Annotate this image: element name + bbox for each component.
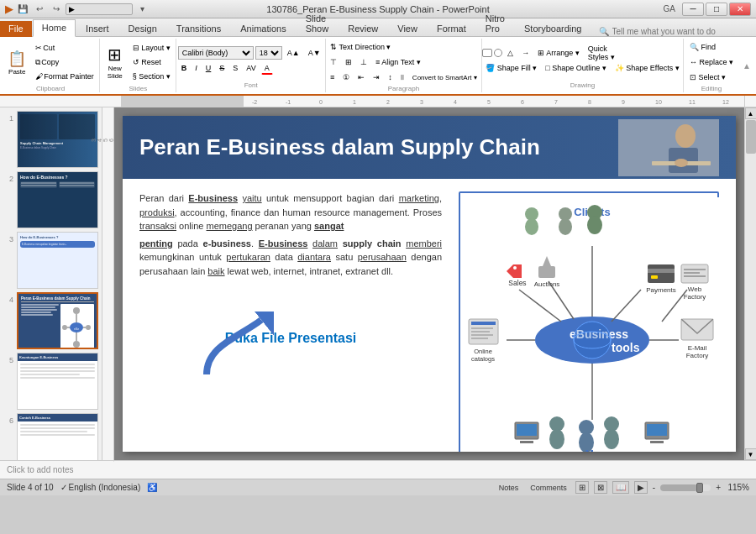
slide-img-6[interactable]: Contoh E-Business xyxy=(17,413,98,460)
decrease-indent-btn[interactable]: ⇤ xyxy=(354,71,368,84)
new-slide-btn[interactable]: ⊞ NewSlide xyxy=(102,40,128,84)
underline-btn[interactable]: U xyxy=(202,61,215,75)
format-painter-btn[interactable]: 🖌 Format Painter xyxy=(32,70,97,83)
increase-font-btn[interactable]: A▲ xyxy=(284,46,303,60)
minimize-btn[interactable]: ─ xyxy=(682,3,704,16)
slide-img-1[interactable]: Supply Chain Management E-Business dalam… xyxy=(17,111,98,168)
scroll-up-btn[interactable]: ▲ xyxy=(745,107,757,119)
slide-panel: 1 Supply Chain Management E-Business dal… xyxy=(0,107,102,460)
tab-view[interactable]: View xyxy=(388,20,427,36)
align-top-btn[interactable]: ⊤ xyxy=(327,55,340,69)
undo-qa-btn[interactable]: ↩ xyxy=(32,3,47,16)
tab-slideshow[interactable]: Slide Show xyxy=(297,10,339,36)
zoom-slider[interactable] xyxy=(660,484,711,491)
zoom-in-btn[interactable]: + xyxy=(716,483,721,492)
tab-insert[interactable]: Insert xyxy=(76,20,118,36)
tell-me-input[interactable] xyxy=(612,27,747,36)
text-direction-btn[interactable]: ⇅ Text Direction ▾ xyxy=(327,40,394,54)
find-btn[interactable]: 🔍 Find xyxy=(686,40,737,54)
slide-thumb-5[interactable]: 5 Keuntungan E-Business xyxy=(3,353,98,410)
bold-btn[interactable]: B xyxy=(178,61,191,75)
char-spacing-btn[interactable]: AV xyxy=(243,61,259,75)
font-size-select[interactable]: 18 xyxy=(255,46,282,60)
convert-smartart-btn[interactable]: Convert to SmartArt ▾ xyxy=(409,71,480,84)
shape-circle-btn[interactable] xyxy=(494,49,502,57)
layout-btn[interactable]: ⊟ Layout ▾ xyxy=(129,41,174,55)
zoom-handle[interactable] xyxy=(696,483,703,493)
slide-img-3[interactable]: How do E-Businesses ? E-Business merupak… xyxy=(17,232,98,289)
slide-thumb-4[interactable]: 4 Peran E-Business dalam Supply Chain xyxy=(3,292,98,349)
thumb4-title: Peran E-Business dalam Supply Chain xyxy=(21,296,94,302)
notes-btn[interactable]: Notes xyxy=(496,483,522,493)
comments-btn[interactable]: Comments xyxy=(527,483,570,493)
tab-nitropro[interactable]: Nitro Pro xyxy=(476,10,514,36)
zoom-level[interactable]: 115% xyxy=(726,483,749,492)
redo-qa-btn[interactable]: ↪ xyxy=(49,3,64,16)
slide-thumb-6[interactable]: 6 Contoh E-Business xyxy=(3,413,98,460)
scroll-down-btn[interactable]: ▼ xyxy=(745,448,757,460)
customize-qa-btn[interactable]: ▾ xyxy=(134,3,150,16)
shape-rect-btn[interactable] xyxy=(482,49,492,57)
zoom-out-btn[interactable]: - xyxy=(653,483,655,492)
paste-btn[interactable]: 📋 Paste xyxy=(3,40,30,84)
font-color-btn[interactable]: A xyxy=(261,61,273,75)
quick-styles-btn[interactable]: QuickStyles ▾ xyxy=(585,46,618,60)
font-family-select[interactable]: Calibri (Body) xyxy=(178,46,254,60)
slide-thumb-2[interactable]: 2 How do E-Businesses ? xyxy=(3,171,98,228)
copy-btn[interactable]: ⧉ Copy xyxy=(32,55,97,69)
shape-outline-btn[interactable]: □ Shape Outline ▾ xyxy=(542,61,609,75)
restore-btn[interactable]: □ xyxy=(706,3,727,16)
tab-format[interactable]: Format xyxy=(428,20,475,36)
align-bottom-btn[interactable]: ⊥ xyxy=(357,55,370,69)
columns-btn[interactable]: ⫴ xyxy=(397,71,407,84)
arrange-btn[interactable]: ⊞ Arrange ▾ xyxy=(534,46,583,60)
bullets-btn[interactable]: ≡ xyxy=(327,71,338,84)
shape-effects-btn[interactable]: ✨ Shape Effects ▾ xyxy=(612,61,683,75)
align-text-btn[interactable]: ≡ Align Text ▾ xyxy=(372,55,424,69)
accessibility-icon[interactable]: ♿ xyxy=(147,483,157,492)
tab-review[interactable]: Review xyxy=(339,20,387,36)
tab-animations[interactable]: Animations xyxy=(231,20,295,36)
presentation-selector[interactable]: ▶ xyxy=(66,3,133,15)
shape-triangle-btn[interactable]: △ xyxy=(504,46,517,60)
slide-thumb-1[interactable]: 1 Supply Chain Management E-Business dal… xyxy=(3,111,98,168)
section-btn[interactable]: § Section ▾ xyxy=(129,70,174,83)
select-btn[interactable]: ⊡ Select ▾ xyxy=(686,71,737,84)
shape-arrow-btn[interactable]: → xyxy=(518,46,533,60)
decrease-font-btn[interactable]: A▼ xyxy=(305,46,324,60)
scrollbar-right[interactable]: ▲ ▼ xyxy=(744,107,756,460)
slide-img-2[interactable]: How do E-Businesses ? xyxy=(17,171,98,228)
buka-link[interactable]: Buka File Presentasi xyxy=(139,328,442,348)
slideshow-btn[interactable]: ▶ xyxy=(634,481,648,494)
save-qa-btn[interactable]: 💾 xyxy=(15,3,30,16)
numbering-btn[interactable]: ① xyxy=(339,71,353,84)
tab-home[interactable]: Home xyxy=(33,19,76,37)
reset-btn[interactable]: ↺ Reset xyxy=(129,55,174,69)
font-label: Font xyxy=(244,81,258,91)
tab-storyboarding[interactable]: Storyboarding xyxy=(515,20,591,36)
close-btn[interactable]: ✕ xyxy=(729,3,751,16)
tab-file[interactable]: File xyxy=(0,21,32,37)
cut-btn[interactable]: ✂ Cut xyxy=(32,41,97,55)
share-btn[interactable]: Share xyxy=(753,27,757,36)
italic-btn[interactable]: I xyxy=(192,61,201,75)
slide-sorter-btn[interactable]: ⊠ xyxy=(594,481,607,494)
notes-placeholder[interactable]: Click to add notes xyxy=(7,465,74,474)
reading-view-btn[interactable]: 📖 xyxy=(612,481,629,494)
scroll-thumb[interactable] xyxy=(746,120,756,154)
increase-indent-btn[interactable]: ⇥ xyxy=(370,71,383,84)
tab-design[interactable]: Design xyxy=(119,20,166,36)
replace-btn[interactable]: ↔ Replace ▾ xyxy=(686,55,737,69)
line-spacing-btn[interactable]: ↕ xyxy=(385,71,396,84)
align-middle-btn[interactable]: ⊞ xyxy=(342,55,355,69)
ribbon-expander[interactable]: ▲ xyxy=(739,39,754,92)
slide-img-5[interactable]: Keuntungan E-Business xyxy=(17,353,98,410)
slide-canvas[interactable]: Peran E-Business dalam Supply Chain xyxy=(123,116,736,452)
tab-transitions[interactable]: Transitions xyxy=(167,20,230,36)
shape-fill-btn[interactable]: 🪣 Shape Fill ▾ xyxy=(482,61,540,75)
normal-view-btn[interactable]: ⊞ xyxy=(575,481,589,494)
slide-img-4[interactable]: Peran E-Business dalam Supply Chain xyxy=(17,292,98,349)
slide-thumb-3[interactable]: 3 How do E-Businesses ? E-Business merup… xyxy=(3,232,98,289)
shadow-btn[interactable]: S xyxy=(229,61,241,75)
strikethrough-btn[interactable]: S xyxy=(216,61,228,75)
